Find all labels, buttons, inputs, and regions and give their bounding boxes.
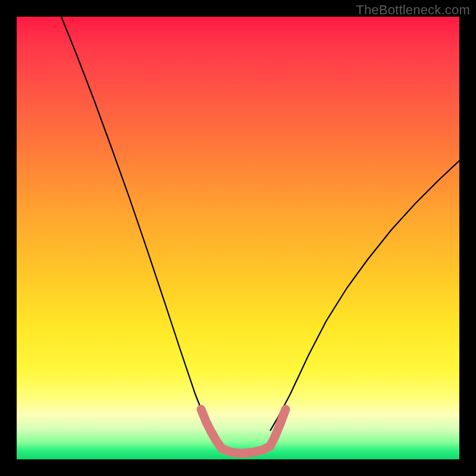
series-bottom-highlight: [222, 446, 270, 453]
watermark-text: TheBottleneck.com: [356, 2, 470, 18]
chart-frame: TheBottleneck.com: [0, 0, 476, 476]
series-right-curve: [270, 161, 459, 431]
series-left-tip-highlight: [201, 409, 222, 449]
curve-layer: [17, 17, 459, 459]
plot-area: [17, 17, 459, 459]
series-left-curve: [61, 17, 211, 431]
